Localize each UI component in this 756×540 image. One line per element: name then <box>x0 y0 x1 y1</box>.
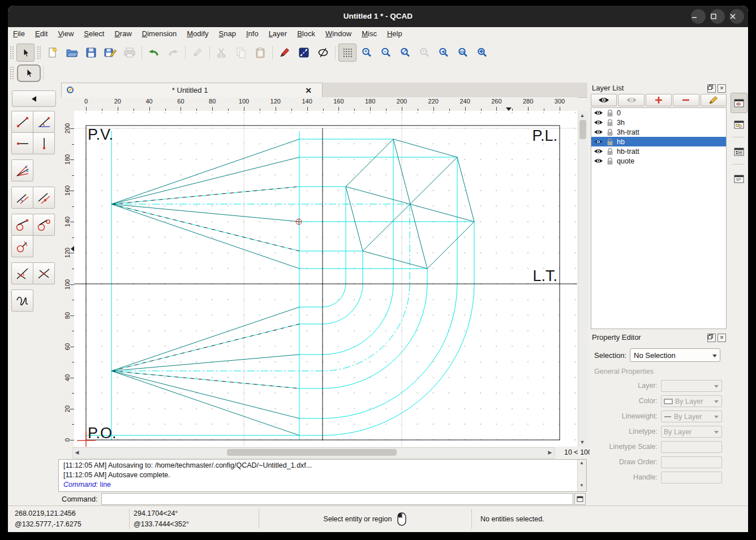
remove-layer-button[interactable] <box>673 94 699 106</box>
hidden-edge-lines[interactable] <box>111 187 299 388</box>
history-scroll-down-icon[interactable]: ▼ <box>578 482 586 491</box>
layer-visibility-eye-icon[interactable] <box>594 129 603 135</box>
line-parallel-point-button[interactable] <box>33 187 55 209</box>
menu-select[interactable]: Select <box>79 27 109 42</box>
layer-list-toggle-button[interactable] <box>731 93 748 113</box>
layer-lock-icon[interactable] <box>607 119 613 127</box>
zoom-in-button[interactable]: + <box>358 44 376 62</box>
float-panel-icon[interactable] <box>707 84 716 93</box>
zoom-window-button[interactable]: ▭ <box>454 44 472 62</box>
paste-button[interactable] <box>251 44 269 62</box>
line-tangent-point-button[interactable] <box>11 214 33 236</box>
menu-block[interactable]: Block <box>292 27 320 42</box>
grid-toggle-button[interactable] <box>338 44 356 62</box>
line-relative-angle-button[interactable] <box>11 262 33 284</box>
hide-all-layers-button[interactable] <box>618 94 644 106</box>
add-layer-button[interactable] <box>646 94 672 106</box>
menu-view[interactable]: View <box>53 27 79 42</box>
ellipse-tool-button[interactable] <box>314 44 332 62</box>
redo-button[interactable] <box>164 44 182 62</box>
menu-misc[interactable]: Misc <box>356 27 382 42</box>
menu-draw[interactable]: Draw <box>109 27 136 42</box>
line-bisector-button[interactable]: == <box>11 159 33 182</box>
zoom-previous-button[interactable]: ◄ <box>435 44 453 62</box>
prop-field-color[interactable]: By Layer <box>661 395 722 407</box>
pen-color-button[interactable] <box>276 44 294 62</box>
show-all-layers-button[interactable] <box>591 94 617 106</box>
toolbar-drag-handle[interactable] <box>10 66 14 80</box>
line-angle-button[interactable] <box>33 111 55 133</box>
menu-info[interactable]: Info <box>241 27 264 42</box>
layer-visibility-eye-icon[interactable] <box>594 119 603 126</box>
layer-lock-icon[interactable] <box>607 138 613 146</box>
prop-field-lineweight[interactable]: By Layer <box>661 411 722 422</box>
close-panel-icon[interactable]: ✕ <box>718 84 726 93</box>
prop-field-handle[interactable] <box>661 472 722 483</box>
vertical-scroll-thumb[interactable] <box>579 120 586 139</box>
command-input[interactable] <box>101 493 573 505</box>
line-two-points-button[interactable] <box>11 111 33 133</box>
menu-file[interactable]: File <box>8 27 30 42</box>
scroll-up-icon[interactable]: ▲ <box>578 111 586 120</box>
layer-row-0[interactable]: 0 <box>591 108 726 118</box>
line-freehand-button[interactable] <box>11 290 33 312</box>
line-horizontal-button[interactable] <box>11 132 33 154</box>
maximize-button[interactable] <box>710 9 725 24</box>
markers-red[interactable] <box>77 219 302 447</box>
scroll-down-icon[interactable]: ▼ <box>578 438 586 447</box>
close-panel-icon[interactable]: ✕ <box>718 334 726 342</box>
layer-lock-icon[interactable] <box>607 109 613 117</box>
zoom-out-button[interactable]: − <box>377 44 395 62</box>
reference-lines-black[interactable] <box>74 126 577 440</box>
library-browser-toggle-button[interactable] <box>731 141 748 162</box>
drawing-canvas[interactable]: P.V.P.L.L.T.P.O. <box>74 111 578 447</box>
centerlines-dashdot[interactable] <box>111 204 410 371</box>
document-tab[interactable]: * Untitled 1 ✕ <box>61 83 323 97</box>
layer-visibility-eye-icon[interactable] <box>594 148 603 154</box>
toolbar-drag-handle[interactable] <box>10 46 14 59</box>
copy-button[interactable] <box>232 44 250 62</box>
cad-drawing[interactable]: P.V.P.L.L.T.P.O. <box>74 111 578 447</box>
cut-button[interactable] <box>213 44 231 62</box>
construction-lines-cyan[interactable] <box>86 131 474 440</box>
rotation-arcs[interactable] <box>323 284 474 435</box>
zoom-fit-button[interactable]: + <box>415 44 433 62</box>
zoom-pan-button[interactable]: ✥ <box>473 44 491 62</box>
menu-modify[interactable]: Modify <box>182 27 213 42</box>
line-orthogonal-button[interactable] <box>33 262 55 284</box>
layer-lock-icon[interactable] <box>607 128 613 136</box>
layer-row-3h-tratt[interactable]: 3h-tratt <box>591 127 726 137</box>
float-panel-icon[interactable] <box>707 334 716 342</box>
current-tool-button[interactable] <box>17 64 41 82</box>
prop-field-linetypescale[interactable] <box>661 441 722 453</box>
line-tangent-two-circles-button[interactable] <box>33 214 55 236</box>
prop-field-linetype[interactable]: By Layer <box>661 426 722 438</box>
print-button[interactable] <box>121 44 139 62</box>
layer-visibility-eye-icon[interactable] <box>594 110 603 116</box>
layer-row-quote[interactable]: quote <box>591 156 726 166</box>
command-history[interactable]: ▲ ▼ [11:12:05 AM] Autosaving to: /home/t… <box>58 459 587 492</box>
projection-lines-teal[interactable] <box>111 139 474 435</box>
layer-visibility-eye-icon[interactable] <box>594 158 603 164</box>
line-vertical-button[interactable] <box>33 132 55 154</box>
vertical-scrollbar[interactable]: ▲ ▼ <box>578 111 588 447</box>
new-document-button[interactable] <box>44 44 62 62</box>
menu-window[interactable]: Window <box>320 27 356 42</box>
command-window-toggle[interactable] <box>574 493 586 505</box>
horizontal-scroll-thumb[interactable] <box>227 449 397 456</box>
line-tool-button[interactable] <box>295 44 313 62</box>
title-bar[interactable]: Untitled 1 * - QCAD <box>8 6 748 27</box>
open-document-button[interactable] <box>63 44 81 62</box>
menu-snap[interactable]: Snap <box>214 27 241 42</box>
edit-pencil-button[interactable] <box>188 44 207 62</box>
zoom-auto-button[interactable]: ⤢ <box>396 44 414 62</box>
history-scroll-up-icon[interactable]: ▲ <box>578 460 586 469</box>
menu-dimension[interactable]: Dimension <box>137 27 182 42</box>
close-button[interactable] <box>729 9 744 24</box>
layer-lock-icon[interactable] <box>607 148 613 155</box>
save-button[interactable] <box>82 44 100 62</box>
layer-row-hb[interactable]: hb <box>591 137 726 146</box>
history-scrollbar[interactable]: ▲ ▼ <box>577 460 586 491</box>
line-parallel-distance-button[interactable] <box>11 187 33 209</box>
prop-field-layer[interactable] <box>661 380 722 392</box>
